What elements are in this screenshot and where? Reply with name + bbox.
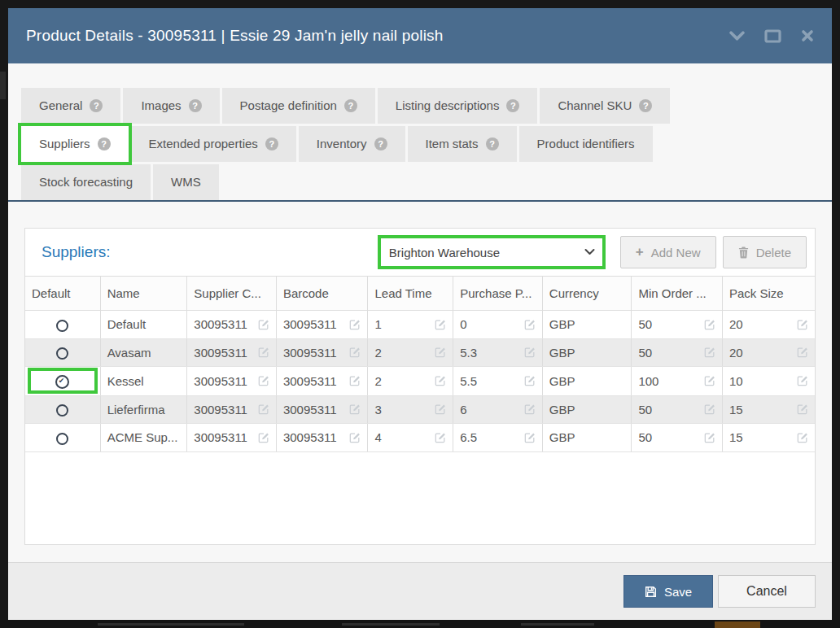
edit-icon[interactable] — [435, 347, 446, 358]
suppliers-heading: Suppliers: — [42, 243, 111, 261]
help-icon[interactable] — [98, 137, 111, 150]
help-icon[interactable] — [344, 99, 357, 112]
pack-size-value: 20 — [729, 317, 743, 331]
currency-cell: GBP — [542, 395, 632, 424]
edit-icon[interactable] — [258, 403, 269, 415]
default-radio[interactable] — [56, 320, 68, 332]
edit-icon[interactable] — [704, 403, 715, 415]
help-icon[interactable] — [265, 137, 278, 150]
currency-cell: GBP — [542, 338, 632, 367]
min-order-value: 100 — [638, 374, 658, 388]
edit-icon[interactable] — [797, 347, 808, 358]
barcode-cell: 30095311 — [276, 424, 368, 452]
purchase-price-value: 5.5 — [460, 374, 477, 388]
edit-icon[interactable] — [258, 375, 269, 386]
table-row: Kessel 30095311 30095311 2 5.5 GBP 100 1… — [25, 367, 815, 396]
tab-postage-definition[interactable]: Postage definition — [222, 88, 375, 124]
supplier-code-value: 30095311 — [194, 346, 247, 360]
edit-icon[interactable] — [797, 375, 808, 386]
tab-label: Images — [141, 98, 181, 114]
default-radio[interactable] — [56, 347, 68, 360]
default-radio-cell — [25, 395, 100, 424]
purchase-price-value: 5.3 — [460, 346, 477, 360]
tab-listing-descriptions[interactable]: Listing descriptions — [378, 88, 538, 124]
tab-wms[interactable]: WMS — [153, 164, 219, 200]
edit-icon[interactable] — [524, 403, 536, 415]
barcode-value: 30095311 — [283, 403, 337, 416]
edit-icon[interactable] — [797, 319, 808, 330]
tab-general[interactable]: General — [21, 88, 120, 124]
background-artifact — [98, 623, 244, 626]
supplier-code-cell: 30095311 — [187, 311, 277, 339]
warehouse-select[interactable]: Brighton Warehouse — [381, 238, 602, 266]
currency-value: GBP — [549, 374, 575, 388]
lead-time-cell: 2 — [368, 338, 453, 367]
edit-icon[interactable] — [258, 432, 269, 443]
edit-icon[interactable] — [704, 432, 715, 443]
default-radio-cell — [25, 338, 100, 367]
min-order-cell: 50 — [632, 338, 723, 367]
tab-suppliers[interactable]: Suppliers — [21, 126, 129, 162]
help-icon[interactable] — [506, 99, 519, 112]
edit-icon[interactable] — [349, 403, 361, 415]
maximize-icon[interactable] — [764, 29, 781, 43]
supplier-code-value: 30095311 — [194, 403, 247, 416]
edit-icon[interactable] — [349, 375, 361, 386]
barcode-cell: 30095311 — [276, 311, 368, 339]
edit-icon[interactable] — [435, 375, 446, 386]
tab-inventory[interactable]: Inventory — [299, 126, 405, 162]
delete-button[interactable]: Delete — [723, 236, 807, 268]
modal-header: Product Details - 30095311 | Essie 29 Ja… — [8, 8, 832, 63]
edit-icon[interactable] — [435, 403, 446, 415]
save-button[interactable]: Save — [623, 575, 713, 608]
tab-label: Inventory — [317, 136, 367, 152]
edit-icon[interactable] — [349, 347, 361, 358]
edit-icon[interactable] — [349, 432, 361, 443]
tab-stock-forecasting[interactable]: Stock forecasting — [21, 164, 151, 200]
edit-icon[interactable] — [258, 319, 269, 330]
suppliers-panel: Suppliers: Brighton Warehouse Add New — [24, 228, 816, 545]
edit-icon[interactable] — [704, 319, 715, 330]
tab-item-stats[interactable]: Item stats — [408, 126, 517, 162]
edit-icon[interactable] — [797, 432, 808, 443]
default-radio[interactable] — [55, 375, 69, 389]
help-icon[interactable] — [189, 99, 202, 112]
default-radio[interactable] — [56, 404, 68, 416]
help-icon[interactable] — [90, 99, 103, 112]
close-icon[interactable] — [801, 29, 814, 42]
name-cell: Avasam — [100, 338, 187, 367]
default-radio-cell — [25, 367, 100, 396]
cancel-button[interactable]: Cancel — [718, 575, 816, 608]
help-icon[interactable] — [374, 137, 387, 150]
supplier-name: Default — [107, 317, 147, 331]
save-label: Save — [664, 585, 692, 599]
help-icon[interactable] — [639, 99, 652, 112]
edit-icon[interactable] — [349, 319, 361, 330]
lead-time-value: 2 — [374, 346, 381, 360]
tab-channel-sku[interactable]: Channel SKU — [540, 88, 670, 124]
edit-icon[interactable] — [524, 347, 536, 358]
supplier-name: ACME Sup... — [107, 430, 178, 444]
edit-icon[interactable] — [258, 347, 269, 358]
default-radio[interactable] — [56, 433, 68, 445]
edit-icon[interactable] — [524, 319, 536, 330]
edit-icon[interactable] — [435, 319, 446, 330]
collapse-chevron-icon[interactable] — [729, 31, 745, 41]
add-new-button[interactable]: Add New — [620, 236, 716, 268]
edit-icon[interactable] — [435, 432, 446, 443]
supplier-code-value: 30095311 — [194, 317, 247, 331]
table-row: Avasam 30095311 30095311 2 5.3 GBP 50 20 — [25, 338, 815, 367]
edit-icon[interactable] — [797, 403, 808, 415]
edit-icon[interactable] — [704, 347, 715, 358]
help-icon[interactable] — [486, 137, 499, 150]
edit-icon[interactable] — [524, 375, 536, 386]
table-row: Default 30095311 30095311 1 0 GBP 50 20 — [25, 311, 815, 339]
tab-label: Listing descriptions — [396, 98, 500, 114]
pack-size-cell: 20 — [722, 338, 815, 367]
edit-icon[interactable] — [524, 432, 536, 443]
tab-product-identifiers[interactable]: Product identifiers — [519, 126, 653, 162]
tab-extended-properties[interactable]: Extended properties — [131, 126, 296, 162]
supplier-code-cell: 30095311 — [187, 338, 277, 367]
tab-images[interactable]: Images — [123, 88, 219, 124]
edit-icon[interactable] — [704, 375, 715, 386]
